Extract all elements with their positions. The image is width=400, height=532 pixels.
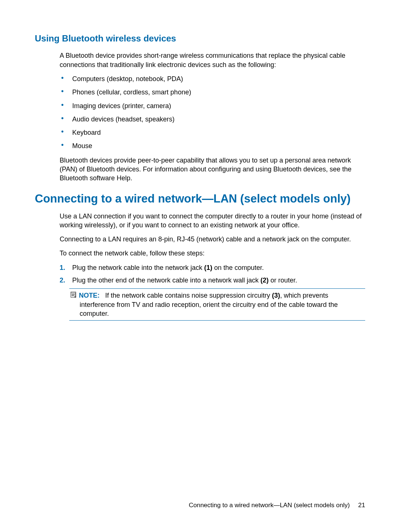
heading-bluetooth: Using Bluetooth wireless devices xyxy=(35,33,365,44)
step-number: 1. xyxy=(60,263,65,272)
note-content: If the network cable contains noise supp… xyxy=(80,292,338,317)
list-item: Audio devices (headset, speakers) xyxy=(60,115,365,124)
note-body: NOTE: If the network cable contains nois… xyxy=(69,291,365,318)
step-text-part: Plug the other end of the network cable … xyxy=(72,277,260,284)
note-block: NOTE: If the network cable contains nois… xyxy=(69,288,365,321)
list-item: Imaging devices (printer, camera) xyxy=(60,101,365,110)
step-text-part: on the computer. xyxy=(212,264,264,271)
bold-ref: (3) xyxy=(272,292,280,299)
lan-steps: 1. Plug the network cable into the netwo… xyxy=(60,263,365,285)
heading-lan: Connecting to a wired network—LAN (selec… xyxy=(35,191,365,207)
note-text-part: If the network cable contains noise supp… xyxy=(105,292,272,299)
list-item: Phones (cellular, cordless, smart phone) xyxy=(60,88,365,97)
list-item: Computers (desktop, notebook, PDA) xyxy=(60,74,365,83)
step-text: Plug the other end of the network cable … xyxy=(72,277,297,284)
note-label: NOTE: xyxy=(79,292,100,299)
step-text: Plug the network cable into the network … xyxy=(72,264,264,271)
bluetooth-device-list: Computers (desktop, notebook, PDA) Phone… xyxy=(60,74,365,151)
note-icon xyxy=(69,291,77,298)
step-1: 1. Plug the network cable into the netwo… xyxy=(60,263,365,272)
lan-p3: To connect the network cable, follow the… xyxy=(60,249,365,258)
section-bluetooth-body: A Bluetooth device provides short-range … xyxy=(60,51,365,183)
lan-p1: Use a LAN connection if you want to conn… xyxy=(60,212,365,230)
page-footer: Connecting to a wired network—LAN (selec… xyxy=(189,501,365,510)
section-lan-body: Use a LAN connection if you want to conn… xyxy=(60,212,365,321)
step-number: 2. xyxy=(60,276,65,285)
step-text-part: or router. xyxy=(269,277,297,284)
footer-title: Connecting to a wired network—LAN (selec… xyxy=(189,502,350,509)
lan-p2: Connecting to a LAN requires an 8-pin, R… xyxy=(60,235,365,244)
list-item: Keyboard xyxy=(60,128,365,137)
page: Using Bluetooth wireless devices A Bluet… xyxy=(0,0,400,532)
page-number: 21 xyxy=(358,502,365,509)
bluetooth-intro: A Bluetooth device provides short-range … xyxy=(60,51,365,69)
bluetooth-outro: Bluetooth devices provide peer-to-peer c… xyxy=(60,156,365,183)
list-item: Mouse xyxy=(60,141,365,150)
bold-ref: (2) xyxy=(260,277,269,284)
bold-ref: (1) xyxy=(204,264,212,271)
step-text-part: Plug the network cable into the network … xyxy=(72,264,204,271)
step-2: 2. Plug the other end of the network cab… xyxy=(60,276,365,285)
